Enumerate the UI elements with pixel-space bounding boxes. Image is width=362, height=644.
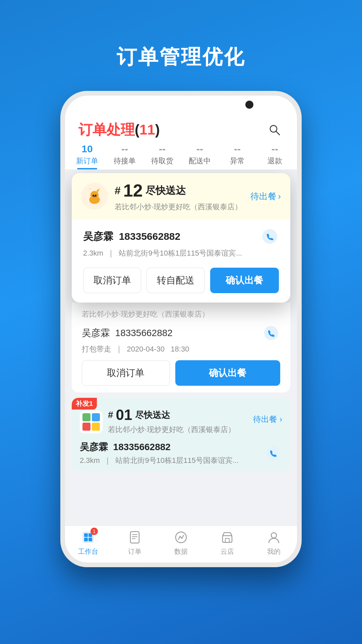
supp-chevron-icon: ›	[280, 415, 282, 424]
tab-delivering-label: 配送中	[189, 156, 211, 166]
bg-confirm-button[interactable]: 确认出餐	[175, 360, 280, 386]
search-button[interactable]	[265, 121, 284, 139]
merchant-avatar	[81, 183, 108, 210]
supp-address: 2.3km ｜ 站前北街9号10栋1层115号国泰谊宾...	[80, 455, 239, 466]
store-icon	[219, 529, 236, 546]
svg-line-1	[276, 131, 280, 135]
svg-point-12	[94, 196, 95, 197]
data-icon	[173, 529, 189, 546]
tabs-bar: 10 新订单 -- 待接单 -- 待取货 -- 配送中 -- 异常 -- 退款	[65, 139, 297, 170]
nav-workbench[interactable]: 1 工作台	[65, 526, 111, 562]
tab-refund-count: --	[272, 143, 278, 155]
tab-pickup[interactable]: -- 待取货	[143, 139, 181, 169]
background-order-card: 若比邻小炒·现炒更好吃（西溪银泰店） 吴彦霖 18335662882 打包带走	[72, 303, 290, 392]
app-title-text: 订单处理	[78, 122, 135, 138]
supplement-badge: 补发1	[72, 398, 97, 410]
supp-order-type: 尽快送达	[135, 409, 170, 421]
page-title: 订单管理优化	[117, 44, 245, 71]
order-status[interactable]: 待出餐 ›	[250, 191, 281, 202]
supp-call-button[interactable]	[264, 444, 282, 462]
supplement-order-card: 补发1 # 01 尽快送达 若比邻小炒·现炒更好吃（西溪银泰店）	[72, 398, 290, 471]
svg-rect-27	[225, 538, 229, 542]
tab-refund-label: 退款	[267, 156, 282, 166]
bg-card-merchant: 若比邻小炒·现炒更好吃（西溪银泰店）	[82, 309, 280, 319]
nav-data[interactable]: 数据	[158, 526, 204, 562]
orders-icon	[126, 529, 143, 546]
tab-new-orders[interactable]: 10 新订单	[68, 139, 106, 169]
bg-cancel-button[interactable]: 取消订单	[82, 360, 170, 386]
order-number: 12	[123, 180, 143, 201]
tab-abnormal-count: --	[234, 143, 241, 155]
bg-pickup-info: 打包带走 ｜ 2020-04-30 18:30	[82, 344, 280, 354]
tab-pending[interactable]: -- 待接单	[106, 139, 143, 169]
phone-shell: 订单处理(11) 10 新订单 -- 待接单 -- 待取货	[60, 91, 302, 567]
bg-customer-row: 吴彦霖 18335662882	[82, 324, 280, 342]
featured-order-card: # 12 尽快送达 若比邻小炒·现炒更好吃（西溪银泰店） 待出餐 › 吴彦霖	[72, 173, 290, 303]
nav-store-label: 云店	[221, 547, 234, 556]
tab-pickup-label: 待取货	[151, 156, 173, 166]
svg-rect-26	[223, 536, 232, 542]
tab-new-count: 10	[81, 143, 93, 155]
app-header: 订单处理(11)	[65, 114, 297, 139]
nav-orders[interactable]: 订单	[111, 526, 158, 562]
supp-customer-name-phone: 吴彦霖 18335662882	[80, 441, 239, 453]
action-buttons: 取消订单 转自配送 确认出餐	[82, 268, 280, 293]
tab-pending-count: --	[121, 143, 128, 155]
supp-merchant-name: 若比邻小炒·现炒更好吃（西溪银泰店）	[108, 425, 253, 435]
order-merchant: 若比邻小炒·现炒更好吃（西溪银泰店）	[115, 202, 250, 212]
nav-workbench-label: 工作台	[78, 547, 98, 556]
supp-customer-row: 吴彦霖 18335662882 2.3km ｜ 站前北街9号10栋1层115号国…	[72, 441, 290, 471]
nav-mine[interactable]: 我的	[251, 526, 297, 562]
bg-customer-name-phone: 吴彦霖 18335662882	[82, 327, 173, 339]
supp-order-number: 01	[116, 407, 132, 423]
supp-merchant-avatar	[80, 411, 103, 433]
svg-point-13	[262, 229, 277, 244]
order-count-badge: 11	[139, 122, 155, 138]
svg-rect-17	[84, 533, 88, 537]
mine-icon	[265, 529, 282, 546]
tab-pickup-count: --	[159, 143, 166, 155]
cancel-order-button[interactable]: 取消订单	[83, 268, 141, 293]
tab-abnormal[interactable]: -- 异常	[219, 139, 256, 169]
camera-notch	[245, 101, 253, 109]
svg-point-14	[264, 326, 278, 340]
tab-new-label: 新订单	[76, 156, 98, 166]
nav-orders-label: 订单	[128, 547, 141, 556]
workbench-icon: 1	[80, 529, 97, 546]
tab-delivering[interactable]: -- 配送中	[181, 139, 219, 169]
tab-pending-label: 待接单	[114, 156, 136, 166]
content-area: # 12 尽快送达 若比邻小炒·现炒更好吃（西溪银泰店） 待出餐 › 吴彦霖	[65, 170, 297, 562]
supp-card-header: 补发1 # 01 尽快送达 若比邻小炒·现炒更好吃（西溪银泰店）	[72, 398, 290, 441]
workbench-badge: 1	[90, 528, 98, 535]
svg-rect-20	[88, 538, 92, 541]
nav-data-label: 数据	[174, 547, 188, 556]
transfer-delivery-button[interactable]: 转自配送	[146, 268, 204, 293]
svg-rect-21	[130, 532, 139, 543]
order-hash: #	[115, 184, 121, 197]
nav-mine-label: 我的	[267, 547, 281, 556]
phone-inner: 订单处理(11) 10 新订单 -- 待接单 -- 待取货	[65, 96, 297, 562]
nav-store[interactable]: 云店	[204, 526, 250, 562]
supp-order-info: # 01 尽快送达 若比邻小炒·现炒更好吃（西溪银泰店）	[108, 407, 253, 435]
customer-name-phone: 吴彦霖 18335662882	[83, 230, 180, 244]
tab-refund[interactable]: -- 退款	[256, 139, 294, 169]
tab-delivering-count: --	[196, 143, 203, 155]
supp-order-hash: #	[108, 410, 113, 420]
bg-action-buttons: 取消订单 确认出餐	[82, 360, 280, 386]
order-card-header: # 12 尽快送达 若比邻小炒·现炒更好吃（西溪银泰店） 待出餐 ›	[72, 173, 290, 219]
address-row: 2.3km ｜ 站前北街9号10栋1层115号国泰谊宾...	[82, 248, 280, 258]
order-info: # 12 尽快送达 若比邻小炒·现炒更好吃（西溪银泰店）	[115, 180, 250, 212]
customer-info-row: 吴彦霖 18335662882	[82, 227, 280, 246]
svg-point-15	[266, 446, 280, 460]
svg-point-28	[271, 533, 277, 538]
svg-rect-19	[84, 538, 88, 541]
supp-order-status[interactable]: 待出餐 ›	[253, 414, 282, 425]
tab-abnormal-label: 异常	[230, 156, 245, 166]
confirm-meal-button[interactable]: 确认出餐	[210, 268, 279, 293]
order-type: 尽快送达	[145, 184, 186, 198]
status-bar	[65, 96, 297, 114]
app-header-title: 订单处理(11)	[78, 120, 160, 139]
bottom-nav: 1 工作台 订单	[65, 526, 297, 562]
call-button[interactable]	[261, 227, 279, 246]
bg-call-button[interactable]	[262, 324, 280, 342]
